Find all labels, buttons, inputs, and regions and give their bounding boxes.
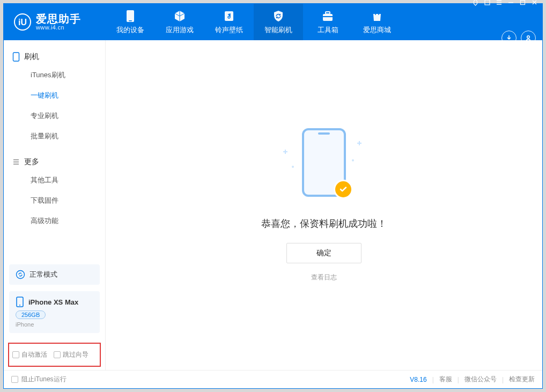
- tab-store[interactable]: 爱思商城: [352, 4, 402, 40]
- maximize-icon[interactable]: [519, 0, 526, 6]
- tab-apps-games[interactable]: 应用游戏: [155, 4, 204, 40]
- version-text: V8.16: [410, 376, 426, 383]
- status-bar: 阻止iTunes运行 V8.16 | 客服 | 微信公众号 | 检查更新: [4, 370, 542, 388]
- view-log-link[interactable]: 查看日志: [311, 273, 337, 282]
- sidebar-item-onekey-flash[interactable]: 一键刷机: [4, 85, 105, 106]
- svg-point-10: [527, 36, 530, 39]
- check-badge-icon: [334, 180, 353, 199]
- app-window: iU 爱思助手 www.i4.cn 我的设备 应用游戏 铃声壁纸 智能: [3, 3, 543, 389]
- svg-point-14: [19, 305, 20, 306]
- tab-label: 爱思商城: [363, 25, 391, 35]
- checkbox-icon: [54, 351, 61, 358]
- phone-icon: [16, 297, 24, 307]
- sidebar-item-advanced[interactable]: 高级功能: [4, 211, 105, 231]
- sidebar-item-batch-flash[interactable]: 批量刷机: [4, 126, 105, 146]
- device-type: iPhone: [16, 321, 93, 328]
- svg-rect-2: [127, 10, 134, 22]
- flash-options-box: 自动激活 跳过向导: [8, 343, 101, 367]
- phone-outline-icon: [12, 52, 20, 62]
- minimize-icon[interactable]: [507, 0, 514, 6]
- success-message: 恭喜您，保资料刷机成功啦！: [261, 217, 387, 230]
- checkbox-label: 阻止iTunes运行: [21, 375, 67, 384]
- cube-icon: [173, 9, 187, 23]
- skin-icon[interactable]: [483, 0, 491, 6]
- svg-point-12: [17, 271, 25, 279]
- ok-button[interactable]: 确定: [286, 243, 361, 263]
- checkbox-label: 自动激活: [21, 350, 47, 359]
- title-bar: iU 爱思助手 www.i4.cn 我的设备 应用游戏 铃声壁纸 智能: [4, 4, 542, 40]
- app-name-text: 爱思助手: [36, 13, 81, 24]
- sidebar-item-download-firmware[interactable]: 下载固件: [4, 190, 105, 211]
- device-mode-label: 正常模式: [29, 270, 57, 279]
- checkbox-label: 跳过向导: [63, 350, 88, 359]
- app-logo: iU 爱思助手 www.i4.cn: [4, 4, 106, 40]
- header-right: [471, 4, 542, 40]
- checkbox-icon: [11, 376, 18, 383]
- success-illustration: [276, 128, 372, 203]
- tab-label: 智能刷机: [264, 25, 292, 35]
- tab-label: 应用游戏: [166, 25, 194, 35]
- svg-rect-9: [520, 0, 525, 4]
- support-link[interactable]: 客服: [439, 375, 452, 384]
- close-icon[interactable]: [530, 0, 538, 6]
- checkbox-skip-guide[interactable]: 跳过向导: [54, 350, 88, 359]
- device-name: iPhone XS Max: [28, 298, 78, 306]
- tab-label: 工具箱: [318, 25, 338, 35]
- device-icon: [123, 9, 137, 23]
- svg-rect-3: [129, 20, 132, 21]
- nav-section-label: 刷机: [24, 52, 39, 62]
- svg-text:iU: iU: [18, 18, 27, 27]
- svg-rect-7: [323, 16, 333, 17]
- sidebar-item-pro-flash[interactable]: 专业刷机: [4, 106, 105, 126]
- logo-icon: iU: [13, 13, 32, 31]
- svg-rect-5: [323, 14, 333, 21]
- checkbox-block-itunes[interactable]: 阻止iTunes运行: [11, 375, 67, 384]
- device-capacity-badge: 256GB: [16, 310, 46, 319]
- menu-icon[interactable]: [495, 0, 503, 6]
- sidebar: 刷机 iTunes刷机 一键刷机 专业刷机 批量刷机 更多 其他工具 下载固件 …: [4, 40, 106, 370]
- tab-smart-flash[interactable]: 智能刷机: [254, 4, 303, 40]
- nav-section-flash: 刷机: [4, 47, 105, 65]
- nav-section-more: 更多: [4, 152, 105, 170]
- tab-label: 我的设备: [116, 25, 144, 35]
- tab-toolbox[interactable]: 工具箱: [303, 4, 352, 40]
- device-mode-box[interactable]: 正常模式: [9, 264, 100, 285]
- nav-section-label: 更多: [24, 157, 39, 167]
- shield-sync-icon: [271, 9, 285, 23]
- app-domain-text: www.i4.cn: [36, 24, 81, 31]
- svg-rect-8: [485, 0, 490, 5]
- tab-ring-wallpaper[interactable]: 铃声壁纸: [204, 4, 254, 40]
- toolbox-icon: [321, 9, 335, 23]
- check-update-link[interactable]: 检查更新: [509, 375, 535, 384]
- svg-rect-6: [326, 12, 330, 14]
- main-content: 恭喜您，保资料刷机成功啦！ 确定 查看日志: [106, 40, 542, 370]
- shopping-bag-icon: [370, 9, 384, 23]
- tab-label: 铃声壁纸: [215, 25, 243, 35]
- wechat-link[interactable]: 微信公众号: [464, 375, 497, 384]
- checkbox-icon: [12, 351, 19, 358]
- sync-icon: [16, 270, 25, 279]
- svg-rect-11: [13, 53, 19, 61]
- sidebar-item-itunes-flash[interactable]: iTunes刷机: [4, 65, 105, 85]
- main-tabs: 我的设备 应用游戏 铃声壁纸 智能刷机 工具箱 爱思商城: [106, 4, 402, 40]
- list-icon: [12, 158, 20, 166]
- music-note-icon: [222, 9, 236, 23]
- sidebar-item-other-tools[interactable]: 其他工具: [4, 170, 105, 190]
- feedback-icon[interactable]: [471, 0, 479, 6]
- device-info-box[interactable]: iPhone XS Max 256GB iPhone: [9, 291, 100, 333]
- checkbox-auto-activate[interactable]: 自动激活: [12, 350, 47, 359]
- tab-my-device[interactable]: 我的设备: [106, 4, 155, 40]
